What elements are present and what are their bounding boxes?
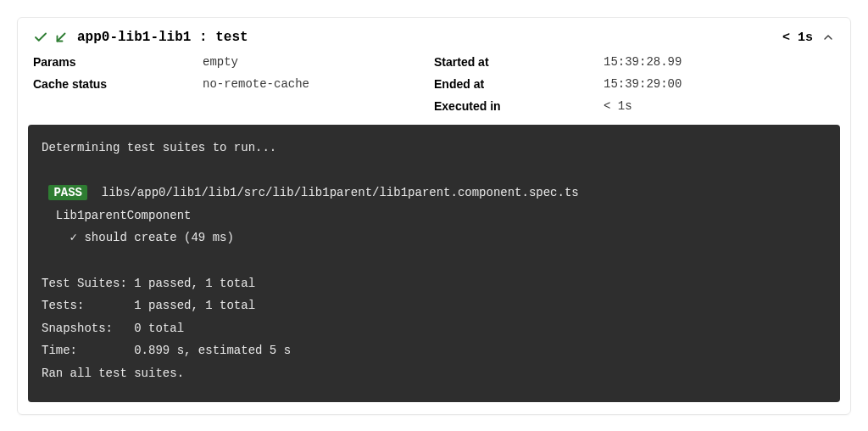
pass-badge: PASS [48,185,87,200]
terminal-line: libs/app0/lib1/lib1/src/lib/lib1parent/l… [87,186,579,199]
svg-line-0 [58,34,65,42]
executed-in-label: Executed in [434,99,604,113]
executed-in-value: < 1s [604,99,632,113]
arrow-down-left-icon [53,30,69,45]
meta-col-left: Params empty Cache status no-remote-cach… [33,55,434,113]
meta-row-ended: Ended at 15:39:29:00 [434,77,835,91]
ended-at-label: Ended at [434,77,604,91]
meta-col-right: Started at 15:39:28.99 Ended at 15:39:29… [434,55,835,113]
chevron-up-icon[interactable] [821,31,835,44]
started-at-label: Started at [434,55,604,69]
meta-row-executed: Executed in < 1s [434,99,835,113]
cache-status-value: no-remote-cache [203,77,309,91]
terminal-line: Time: 0.899 s, estimated 5 s [42,344,291,357]
task-duration: < 1s [782,31,813,45]
meta-row-started: Started at 15:39:28.99 [434,55,835,69]
started-at-value: 15:39:28.99 [604,55,682,69]
task-title: app0-lib1-lib1 : test [77,30,248,45]
terminal-line: Ran all test suites. [42,367,184,380]
meta-grid: Params empty Cache status no-remote-cach… [18,53,850,120]
params-value: empty [203,55,238,69]
ended-at-value: 15:39:29:00 [604,77,682,91]
check-icon [33,30,48,45]
terminal-line: Tests: 1 passed, 1 total [42,299,255,312]
params-label: Params [33,55,203,69]
terminal-output: Determining test suites to run... PASS l… [28,125,840,402]
terminal-line: Test Suites: 1 passed, 1 total [42,277,255,290]
terminal-line: Lib1parentComponent [42,209,191,222]
cache-status-label: Cache status [33,77,203,91]
terminal-line: Determining test suites to run... [42,141,276,154]
header-icons [33,30,69,45]
task-card: app0-lib1-lib1 : test < 1s Params empty … [17,17,851,415]
terminal-line: Snapshots: 0 total [42,322,184,335]
meta-row-params: Params empty [33,55,434,69]
terminal-line: ✓ should create (49 ms) [42,231,234,244]
task-header[interactable]: app0-lib1-lib1 : test < 1s [18,18,850,53]
meta-row-cache: Cache status no-remote-cache [33,77,434,91]
